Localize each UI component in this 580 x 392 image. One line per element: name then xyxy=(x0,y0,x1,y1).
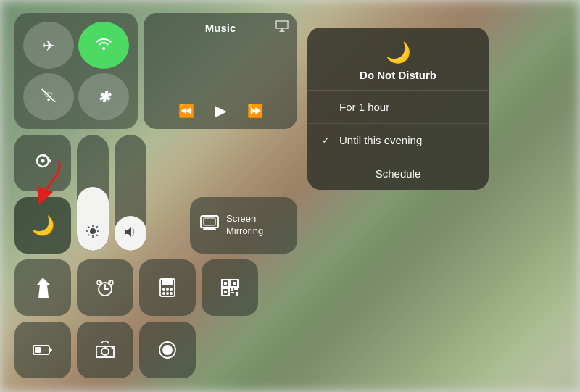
svg-line-12 xyxy=(88,235,89,236)
dnd-popup-title: Do Not Disturb xyxy=(360,69,436,81)
dnd-schedule-label: Schedule xyxy=(376,167,421,180)
music-title: Music xyxy=(154,22,287,34)
dnd-check-mark: ✓ xyxy=(322,135,332,146)
svg-rect-38 xyxy=(224,291,227,293)
music-widget: Music ⏪ ▶ ⏩ xyxy=(144,13,297,129)
no-wifi-button[interactable] xyxy=(23,73,74,120)
moon-icon: 🌙 xyxy=(31,214,54,237)
volume-slider[interactable] xyxy=(115,135,146,251)
svg-rect-42 xyxy=(236,292,238,296)
svg-rect-26 xyxy=(162,280,173,285)
svg-rect-44 xyxy=(35,347,41,353)
music-controls: ⏪ ▶ ⏩ xyxy=(154,101,287,120)
svg-marker-17 xyxy=(37,278,50,298)
svg-line-10 xyxy=(96,235,98,236)
airplay-icon[interactable] xyxy=(276,20,289,35)
dnd-option-1-hour-label: For 1 hour xyxy=(339,101,389,113)
svg-point-31 xyxy=(166,292,169,295)
brightness-slider[interactable] xyxy=(77,135,109,251)
control-center: ✈ xyxy=(14,13,297,378)
svg-point-32 xyxy=(170,292,173,295)
wifi-button[interactable] xyxy=(78,22,129,69)
svg-point-30 xyxy=(162,292,165,295)
svg-rect-36 xyxy=(233,282,236,285)
svg-rect-16 xyxy=(203,228,216,230)
dnd-popup: 🌙 Do Not Disturb For 1 hour ✓ Until this… xyxy=(307,28,489,190)
connectivity-grid: ✈ xyxy=(14,13,138,129)
svg-point-28 xyxy=(166,288,169,291)
calculator-button[interactable] xyxy=(139,259,196,316)
svg-rect-34 xyxy=(224,282,227,285)
dnd-header: 🌙 Do Not Disturb xyxy=(307,28,489,91)
top-row: ✈ xyxy=(14,13,297,129)
dnd-option-schedule[interactable]: Schedule xyxy=(307,157,489,190)
svg-line-11 xyxy=(96,226,98,228)
sliders-col xyxy=(77,135,184,254)
airplane-button[interactable]: ✈ xyxy=(23,22,74,69)
screen-mirror-label: Screen Mirroring xyxy=(226,213,263,238)
svg-point-27 xyxy=(162,288,165,291)
svg-rect-39 xyxy=(231,288,233,291)
camera-button[interactable] xyxy=(77,322,133,378)
screen-mirror-icon xyxy=(200,215,219,235)
svg-rect-40 xyxy=(234,288,238,290)
svg-point-46 xyxy=(102,348,109,355)
volume-icon xyxy=(124,226,137,241)
bluetooth-button[interactable]: ✱ xyxy=(78,73,129,120)
airplane-icon: ✈ xyxy=(43,37,55,54)
qr-scanner-button[interactable] xyxy=(202,259,258,316)
svg-point-49 xyxy=(162,345,173,355)
battery-button[interactable] xyxy=(14,322,71,378)
svg-point-4 xyxy=(90,228,96,234)
forward-button[interactable]: ⏩ xyxy=(247,103,263,119)
play-button[interactable]: ▶ xyxy=(215,101,227,120)
alarm-button[interactable] xyxy=(77,259,133,316)
svg-line-9 xyxy=(88,226,89,228)
tile-row-2 xyxy=(14,322,297,378)
dnd-moon-icon: 🌙 xyxy=(386,41,411,64)
do-not-disturb-button[interactable]: 🌙 xyxy=(14,197,71,254)
screen-mirroring-button[interactable]: Screen Mirroring xyxy=(190,197,297,254)
svg-rect-41 xyxy=(231,292,234,293)
brightness-icon xyxy=(86,225,99,241)
bluetooth-icon: ✱ xyxy=(98,88,110,106)
dnd-option-1-hour[interactable]: For 1 hour xyxy=(307,91,489,124)
middle-row: 🌙 xyxy=(14,135,297,254)
dnd-option-evening[interactable]: ✓ Until this evening xyxy=(307,124,489,157)
no-wifi-icon xyxy=(41,88,57,106)
svg-point-29 xyxy=(170,288,173,291)
screen-record-button[interactable] xyxy=(139,322,196,378)
red-arrow xyxy=(22,157,72,208)
svg-rect-15 xyxy=(204,218,215,225)
flashlight-button[interactable] xyxy=(14,259,71,316)
dnd-option-evening-label: Until this evening xyxy=(339,134,422,146)
svg-marker-13 xyxy=(125,227,131,237)
rewind-button[interactable]: ⏪ xyxy=(178,103,194,119)
wifi-icon xyxy=(96,37,112,54)
svg-point-47 xyxy=(112,347,114,349)
tile-row-1 xyxy=(14,259,297,316)
